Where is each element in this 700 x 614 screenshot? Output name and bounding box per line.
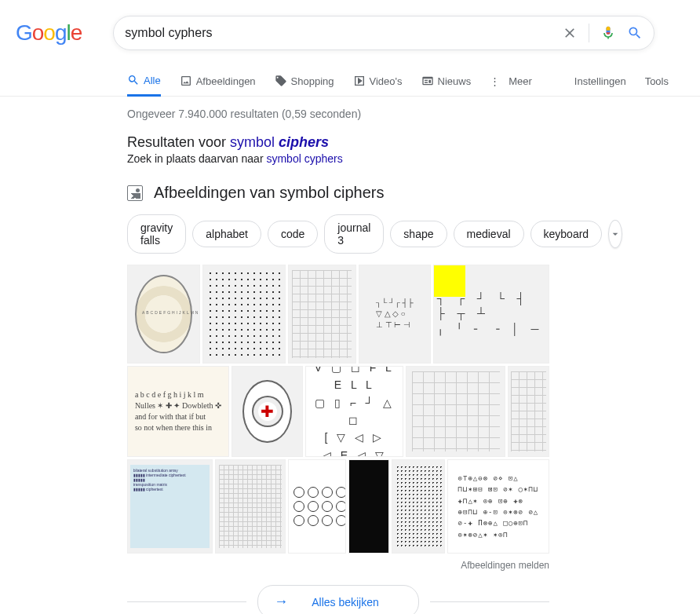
tab-settings[interactable]: Instellingen [574,68,626,95]
image-icon [180,75,192,87]
search-small-icon [127,74,140,86]
play-icon [353,75,366,87]
image-result[interactable] [288,265,355,364]
image-result[interactable]: ⊙⊤⊕△⊖⊗ ⊘⋄ ⊡△⊓⊔✶⊞⊟ ⊠⊡ ⊘✶ ○✶⊓⊔✚⊓△✶ ⊙⊕ ⊡⊕ ✚… [447,459,549,554]
clear-icon[interactable] [562,25,578,41]
tabs-row: Alle Afbeeldingen Shopping Video's Nieuw… [0,66,700,97]
tag-icon [275,75,287,87]
report-images-link[interactable]: Afbeeldingen melden [127,554,549,577]
view-all-button[interactable]: → Alles bekijken [257,585,419,614]
view-all-row: → Alles bekijken [127,577,549,614]
image-result[interactable]: V ▢ ◻ F L E L L▢ ▯ ⌐ ┘ △ ◻[ ▽ ◁ ▷◁ E ◁ ▽ [305,366,403,457]
image-result[interactable] [202,265,286,364]
images-heading[interactable]: Afbeeldingen van symbol ciphers [127,184,549,214]
image-result[interactable] [392,459,445,554]
image-result[interactable]: bilateral substitution array▮▮▮▮▮ interm… [127,459,213,554]
image-result[interactable]: ┐ ┌ ┘ └ ┤ ├ ┬ ┴╷ ╵ ╴ ╶ │ ─ [433,265,549,364]
original-query-link[interactable]: symbol cyphers [266,152,342,165]
image-result[interactable]: ┐└ ┘┌ ┤├▽ △ ◇ ○⊥ ⊤ ⊢ ⊣ [359,265,432,364]
image-grid: ┐└ ┘┌ ┤├▽ △ ◇ ○⊥ ⊤ ⊢ ⊣ ┐ ┌ ┘ └ ┤ ├ ┬ ┴╷ … [127,265,549,554]
image-result[interactable] [406,366,505,457]
chip-code[interactable]: code [268,221,318,247]
mic-icon[interactable] [600,25,616,41]
tab-more[interactable]: ⋮ Meer [490,68,532,95]
search-icon[interactable] [627,25,643,41]
chip-gravity-falls[interactable]: gravity falls [127,214,186,254]
more-dots-icon: ⋮ [490,75,500,87]
chip-medieval[interactable]: medieval [454,221,524,247]
google-logo[interactable]: Google [16,20,82,46]
image-result[interactable] [215,459,286,554]
image-result[interactable] [127,265,200,364]
image-result[interactable] [288,459,346,554]
arrow-right-icon: → [274,594,288,610]
content: Ongeveer 7.940.000 resultaten (0,59 seco… [0,97,549,614]
chip-journal-3[interactable]: journal 3 [324,214,384,254]
tab-images[interactable]: Afbeeldingen [180,67,256,95]
image-result[interactable]: a b c d e f g h i j k l mNulles ✶ ✚ ✦ Do… [127,366,229,457]
chip-shape[interactable]: shape [390,221,447,247]
result-stats: Ongeveer 7.940.000 resultaten (0,59 seco… [127,97,549,134]
search-input[interactable] [125,26,562,40]
image-result[interactable] [348,459,389,554]
tab-shopping[interactable]: Shopping [275,67,334,95]
spelling-correction: Resultaten voor symbol ciphers [127,134,549,152]
divider [589,24,589,42]
tab-news[interactable]: Nieuws [421,67,472,95]
tab-all[interactable]: Alle [127,66,161,97]
chip-alphabet[interactable]: alphabet [192,221,261,247]
tab-videos[interactable]: Video's [353,67,403,95]
tab-tools[interactable]: Tools [645,68,669,95]
image-result[interactable] [508,366,549,457]
header: Google [0,0,700,50]
image-block-icon [127,185,143,201]
news-icon [421,75,434,87]
image-result[interactable] [232,366,303,457]
chips-more-icon[interactable] [608,220,622,248]
chip-keyboard[interactable]: keyboard [530,221,603,247]
corrected-link[interactable]: symbol ciphers [230,134,329,150]
search-bar[interactable] [113,16,654,50]
chips-row: gravity falls alphabet code journal 3 sh… [127,214,549,265]
spelling-original: Zoek in plaats daarvan naar symbol cyphe… [127,152,549,184]
